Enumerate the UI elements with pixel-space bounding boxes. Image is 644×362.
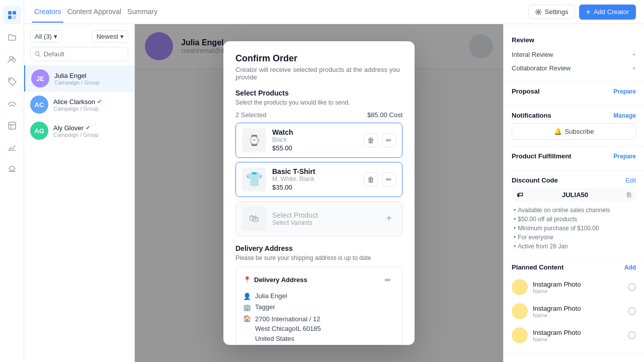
discount-detail-4: • Active from 28 Jan (512, 242, 636, 251)
search-icon (35, 51, 41, 57)
planned-radio-2[interactable] (628, 331, 636, 339)
sidebar-icon-chart[interactable] (3, 139, 21, 157)
avatar-julia: JE (31, 69, 49, 87)
creator-item-alice[interactable]: AC Alice Clarkson ✔ Campaign / Group (24, 92, 134, 118)
discount-code-text: JULIA50 (562, 191, 588, 199)
delivery-address-row: 🏠 2700 International / 12 West ChicagoIL… (243, 314, 395, 344)
search-box (30, 47, 128, 61)
settings-button[interactable]: Settings (528, 5, 575, 19)
planned-radio-0[interactable] (628, 283, 636, 291)
bullet-icon-4: • (514, 243, 516, 250)
notifications-header: Notifications Manage (512, 112, 636, 119)
svg-point-4 (10, 56, 13, 59)
product-variant-add: Select Variants (272, 219, 376, 226)
planned-content-section: Planned Content Add Instagram Photo Name… (504, 257, 644, 354)
collaborator-review-add[interactable]: + (632, 64, 636, 72)
add-creator-button[interactable]: + Add Creator (579, 5, 636, 20)
top-nav: Creators Content Approval Summary Settin… (24, 0, 644, 24)
planned-item-0: Instagram Photo Name (512, 275, 636, 299)
product-thumb-tshirt: 👕 (242, 167, 266, 192)
planned-info-0: Instagram Photo Name (533, 281, 623, 294)
creator-group-alice: Campaign / Group (53, 106, 128, 112)
product-edit-tshirt[interactable]: ✏ (382, 172, 396, 187)
creator-item-julia[interactable]: JE Julia Engel Campaign / Group (24, 65, 134, 92)
creator-name-alice: Alice Clarkson ✔ (53, 98, 128, 106)
product-edit-watch[interactable]: ✏ (382, 133, 396, 147)
collaborator-review-item: Collaborator Review + (512, 61, 636, 75)
sidebar-icon-layout[interactable] (3, 117, 21, 135)
discount-code-action[interactable]: Edit (625, 177, 636, 184)
sidebar-icon-logo[interactable] (3, 6, 21, 24)
delivery-address-lines: 2700 International / 12 West ChicagoIL 6… (255, 314, 321, 344)
products-cost-label: $85.00 Cost (367, 111, 403, 119)
filter-label: All (3) (35, 33, 52, 40)
review-section: Review Interal Review + Collaborator Rev… (504, 30, 644, 81)
filter-button[interactable]: All (3) ▾ (30, 30, 62, 43)
subscribe-button[interactable]: 🔔 Subscribe (512, 123, 636, 140)
delivery-company: Tagger (255, 303, 275, 311)
avatar-aly: AG (30, 122, 48, 140)
right-panel: Review Interal Review + Collaborator Rev… (503, 24, 644, 362)
sort-button[interactable]: Newest ▾ (92, 30, 128, 43)
product-info-add: Select Product Select Variants (272, 211, 376, 226)
delivery-address-line1: 2700 International / 12 (255, 314, 321, 324)
proposal-header: Proposal Prepare (512, 87, 636, 95)
product-fulfillment-header: Product Fulfillment Prepare (512, 152, 636, 160)
creator-item-aly[interactable]: AG Aly Glover ✔ Campaign / Group (24, 118, 134, 144)
creator-list-panel: All (3) ▾ Newest ▾ JE Julia Enge (24, 24, 135, 362)
product-info-tshirt: Basic T-Shirt M, White, Blank $35.00 (272, 167, 358, 191)
product-variant-watch: Black (272, 136, 358, 143)
product-price-tshirt: $35.00 (272, 184, 358, 191)
bullet-icon-3: • (514, 234, 516, 241)
notifications-title: Notifications (512, 112, 551, 119)
nav-tabs: Creators Content Approval Summary (32, 2, 516, 23)
creator-group-julia: Campaign / Group (54, 79, 128, 85)
sidebar-icon-settings[interactable] (3, 161, 21, 179)
creator-detail: Julia Engel creatoremail@do... Hired Con… (135, 24, 503, 362)
sidebar-icon-users[interactable] (3, 50, 21, 68)
product-delete-tshirt[interactable]: 🗑 (364, 172, 378, 187)
delivery-edit-button[interactable]: ✏ (381, 273, 395, 287)
creator-name-julia: Julia Engel (54, 72, 128, 79)
sidebar-icon-folder[interactable] (3, 28, 21, 46)
planned-content-action[interactable]: Add (624, 264, 636, 271)
tab-content-approval[interactable]: Content Approval (65, 2, 123, 23)
planned-item-1: Instagram Photo Name (512, 299, 636, 323)
product-delete-watch[interactable]: 🗑 (364, 133, 378, 147)
bullet-icon-1: • (514, 216, 516, 223)
interal-review-add[interactable]: + (632, 51, 636, 58)
product-thumb-watch: ⌚ (242, 128, 266, 152)
product-fulfillment-action[interactable]: Prepare (613, 153, 636, 160)
product-add-button[interactable]: + (382, 212, 396, 226)
sidebar-icon-tag[interactable] (3, 72, 21, 90)
modal-overlay: Confirm Order Creator will receive selec… (135, 24, 503, 362)
delivery-header-title: 📍 Delivery Address (243, 276, 307, 284)
product-name-watch: Watch (272, 128, 358, 136)
verified-badge-aly: ✔ (86, 124, 91, 131)
planned-avatar-1 (512, 303, 528, 319)
interal-review-item: Interal Review + (512, 48, 636, 61)
building-icon: 🏢 (243, 304, 251, 311)
product-thumb-add: 🛍 (242, 207, 266, 231)
discount-detail-2: • Minimum purchase of $100.00 (512, 224, 636, 233)
planned-info-2: Instagram Photo Name (533, 329, 623, 342)
planned-radio-1[interactable] (628, 307, 636, 315)
planned-sub-0: Name (533, 288, 623, 294)
modal-subtitle: Creator will receive selected products a… (235, 66, 403, 81)
tab-summary[interactable]: Summary (125, 2, 159, 23)
svg-rect-6 (9, 122, 16, 129)
notifications-action[interactable]: Manage (613, 112, 636, 119)
tab-creators[interactable]: Creators (32, 2, 63, 23)
planned-title-2: Instagram Photo (533, 329, 623, 336)
nav-actions: Settings + Add Creator (528, 5, 636, 20)
discount-copy-icon[interactable]: ⎘ (627, 191, 631, 199)
delivery-section-label: Delivery Address (235, 244, 403, 252)
svg-point-5 (10, 79, 11, 80)
add-creator-label: Add Creator (594, 8, 629, 16)
proposal-action[interactable]: Prepare (613, 88, 636, 95)
sidebar-icon-signal[interactable] (3, 95, 21, 113)
bullet-icon-2: • (514, 225, 516, 232)
review-header: Review (512, 36, 636, 44)
discount-code-section: Discount Code Edit 🏷 JULIA50 ⎘ • Availab… (504, 170, 644, 257)
search-input[interactable] (44, 50, 124, 58)
